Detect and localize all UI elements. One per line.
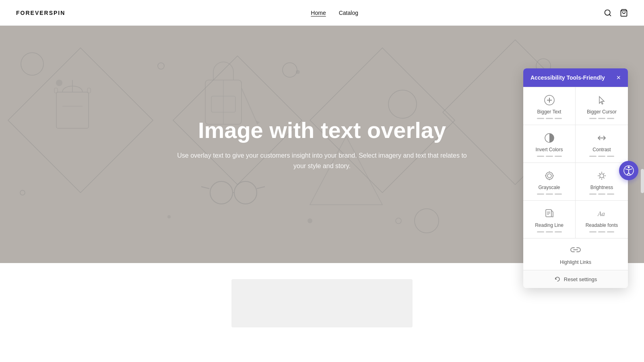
svg-line-52 xyxy=(599,173,600,174)
svg-point-11 xyxy=(56,80,62,86)
main-nav: Home Catalog xyxy=(311,10,358,16)
svg-text:Aa: Aa xyxy=(597,210,605,217)
readable-fonts-dots xyxy=(589,231,614,232)
grayscale-dots xyxy=(537,193,562,195)
accessibility-panel-header: Accessibility Tools-Friendly × xyxy=(523,68,628,87)
svg-point-28 xyxy=(234,181,257,204)
header: FOREVERSPIN Home Catalog xyxy=(0,0,644,26)
highlight-links-icon xyxy=(570,245,581,256)
accessibility-item-readable-fonts[interactable]: Aa Readable fonts xyxy=(576,201,628,239)
nav-catalog[interactable]: Catalog xyxy=(339,10,358,16)
cart-icon xyxy=(620,9,628,17)
contrast-label: Contrast xyxy=(592,147,611,152)
svg-point-13 xyxy=(415,209,439,233)
accessibility-reset-button[interactable]: Reset settings xyxy=(523,270,628,288)
brightness-dots xyxy=(589,193,614,195)
svg-line-53 xyxy=(603,177,604,178)
search-button[interactable] xyxy=(604,9,612,17)
accessibility-item-bigger-cursor[interactable]: Bigger Cursor xyxy=(576,87,628,125)
brightness-label: Brightness xyxy=(590,185,613,190)
hero-subtitle: Use overlay text to give your customers … xyxy=(177,150,467,171)
accessibility-item-bigger-text[interactable]: Bigger Text xyxy=(523,87,576,125)
accessibility-panel: Accessibility Tools-Friendly × Bigger Te… xyxy=(523,68,628,288)
brightness-icon xyxy=(596,170,607,181)
accessibility-item-reading-line[interactable]: Reading Line xyxy=(523,201,576,239)
grayscale-label: Grayscale xyxy=(538,185,560,190)
readable-fonts-icon: Aa xyxy=(596,208,607,219)
svg-point-34 xyxy=(296,70,300,74)
invert-colors-label: Invert Colors xyxy=(535,147,563,152)
invert-colors-icon xyxy=(544,132,555,144)
accessibility-panel-close[interactable]: × xyxy=(616,74,621,81)
header-actions xyxy=(604,9,628,17)
contrast-dots xyxy=(589,156,614,157)
accessibility-item-grayscale[interactable]: Grayscale xyxy=(523,163,576,201)
accessibility-fab-icon xyxy=(623,165,634,176)
hero-content: Image with text overlay Use overlay text… xyxy=(161,118,483,171)
reset-icon xyxy=(554,276,561,282)
svg-line-1 xyxy=(609,14,611,16)
cart-button[interactable] xyxy=(620,9,628,17)
nav-home[interactable]: Home xyxy=(311,10,326,16)
accessibility-item-contrast[interactable]: Contrast xyxy=(576,125,628,163)
svg-line-54 xyxy=(603,173,604,174)
bigger-cursor-dots xyxy=(589,118,614,119)
placeholder-card xyxy=(231,279,413,327)
svg-point-12 xyxy=(20,190,25,195)
svg-point-9 xyxy=(283,63,297,77)
svg-point-41 xyxy=(547,174,551,178)
bigger-text-label: Bigger Text xyxy=(537,109,561,115)
invert-colors-dots xyxy=(537,156,562,157)
accessibility-fab[interactable] xyxy=(619,161,638,180)
accessibility-panel-title: Accessibility Tools-Friendly xyxy=(530,74,605,81)
svg-point-42 xyxy=(546,172,553,179)
site-logo[interactable]: FOREVERSPIN xyxy=(16,10,65,16)
bigger-text-icon xyxy=(544,95,555,106)
reading-line-label: Reading Line xyxy=(535,222,564,228)
bigger-text-dots xyxy=(537,118,562,119)
svg-line-31 xyxy=(257,187,265,189)
accessibility-tools-grid: Bigger Text Bigger Cursor xyxy=(523,87,628,239)
scrollbar[interactable] xyxy=(641,169,644,193)
bigger-cursor-label: Bigger Cursor xyxy=(587,109,617,115)
svg-point-7 xyxy=(21,53,43,75)
highlight-links-label: Highlight Links xyxy=(560,259,591,265)
hero-title: Image with text overlay xyxy=(177,118,467,143)
bigger-cursor-icon xyxy=(596,95,607,106)
svg-point-62 xyxy=(628,167,630,169)
contrast-icon xyxy=(596,132,607,144)
svg-point-15 xyxy=(396,218,401,224)
svg-point-16 xyxy=(388,90,417,118)
svg-line-55 xyxy=(599,177,600,178)
svg-line-30 xyxy=(201,187,209,189)
reset-settings-label: Reset settings xyxy=(564,276,597,282)
svg-point-27 xyxy=(210,181,233,204)
svg-point-8 xyxy=(158,63,164,69)
svg-point-33 xyxy=(167,215,171,218)
svg-point-47 xyxy=(600,174,604,178)
grayscale-icon xyxy=(544,170,555,181)
svg-point-14 xyxy=(308,218,312,223)
accessibility-item-highlight-links[interactable]: Highlight Links xyxy=(523,239,628,270)
svg-marker-3 xyxy=(8,48,153,193)
reading-line-dots xyxy=(537,231,562,232)
svg-rect-17 xyxy=(56,92,89,128)
search-icon xyxy=(604,9,612,17)
accessibility-item-invert-colors[interactable]: Invert Colors xyxy=(523,125,576,163)
reading-line-icon xyxy=(544,208,555,219)
readable-fonts-label: Readable fonts xyxy=(586,222,618,228)
